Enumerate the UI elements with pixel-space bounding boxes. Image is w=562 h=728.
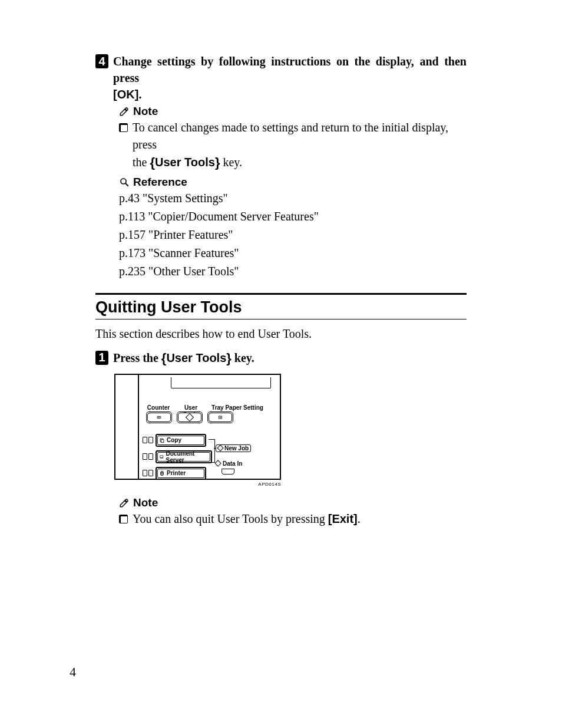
data-in-indicator: Data In <box>216 460 242 467</box>
svg-rect-2 <box>157 416 161 418</box>
copy-button: Copy <box>156 434 206 447</box>
data-in-lamp <box>222 469 234 475</box>
user-tools-key-1: User Tools <box>155 156 215 169</box>
svg-point-0 <box>121 179 126 184</box>
svg-rect-6 <box>219 416 222 419</box>
note1-text: To cancel changes made to settings and r… <box>133 119 467 172</box>
exit-key: [Exit] <box>328 512 358 525</box>
step-number-4: 4 <box>95 54 108 68</box>
printer-icon <box>159 470 165 476</box>
reference-label: Reference <box>133 176 187 189</box>
leds-printer <box>143 470 153 476</box>
data-in-label: Data In <box>223 460 242 467</box>
section-intro: This section describes how to end User T… <box>95 325 467 342</box>
document-server-button: Document Server <box>156 450 212 463</box>
rule-top <box>95 293 467 295</box>
printer-button: Printer <box>156 467 206 480</box>
svg-rect-11 <box>160 456 163 458</box>
ref-item-5: p.235 "Other User Tools" <box>119 263 467 280</box>
leds-docserver <box>143 453 153 460</box>
step-number-1: 1 <box>95 351 108 365</box>
document-server-icon <box>159 454 164 460</box>
control-panel-illustration: Counter User Tools Tray Paper Setting Co… <box>114 374 467 480</box>
bullet-icon-2 <box>119 515 128 523</box>
step-4-text: Change settings by following instruction… <box>113 53 467 103</box>
step-1: 1 Press the {User Tools} key. <box>95 350 467 368</box>
user-tools-key-2: User Tools <box>166 351 226 364</box>
page-number: 4 <box>70 664 76 680</box>
svg-line-1 <box>125 183 128 186</box>
copy-icon <box>159 437 165 443</box>
open-bracket-icon: { <box>150 155 155 170</box>
note2-b: . <box>358 512 361 525</box>
step-4: 4 Change settings by following instructi… <box>95 53 467 103</box>
svg-rect-15 <box>161 474 163 476</box>
diamond-outline-icon-2 <box>214 460 221 467</box>
step1-b: key. <box>232 351 254 364</box>
ref-item-2: p.113 "Copier/Document Server Features" <box>119 208 467 225</box>
copy-label: Copy <box>167 437 181 443</box>
note2-a: You can also quit User Tools by pressing <box>133 512 328 525</box>
counter-button <box>146 411 172 423</box>
step-4-line1: Change settings by following instruction… <box>113 55 467 84</box>
step-4-ok-key: [OK]. <box>113 88 142 101</box>
bracket-connector <box>209 439 215 463</box>
user-tools-button <box>177 411 203 423</box>
new-job-indicator: New Job <box>216 444 251 452</box>
document-server-label: Document Server <box>166 450 207 463</box>
ref-item-3: p.157 "Printer Features" <box>119 226 467 243</box>
ref-item-4: p.173 "Scanner Features" <box>119 245 467 262</box>
magnifier-icon <box>119 177 130 187</box>
note-label-1: Note <box>133 105 158 118</box>
reference-list: p.43 "System Settings" p.113 "Copier/Doc… <box>119 190 467 280</box>
diamond-outline-icon <box>217 445 223 452</box>
printer-label: Printer <box>167 470 186 476</box>
diamond-icon <box>185 413 193 421</box>
note-label-2: Note <box>133 496 158 509</box>
close-bracket-icon-2: } <box>226 351 232 365</box>
new-job-label: New Job <box>224 445 249 452</box>
step-1-text: Press the {User Tools} key. <box>113 350 254 368</box>
note2-text: You can also quit User Tools by pressing… <box>133 510 361 528</box>
svg-rect-10 <box>161 439 164 442</box>
note1-line1: To cancel changes made to settings and r… <box>133 121 448 151</box>
figure-code: APD014S <box>114 482 281 487</box>
tray-paper-button <box>207 411 233 423</box>
pencil-icon-2 <box>119 498 130 508</box>
bullet-icon <box>119 123 128 132</box>
display-outline <box>171 377 271 388</box>
leds-copy <box>143 437 153 443</box>
note1-line2b: key. <box>220 156 242 169</box>
svg-rect-14 <box>161 471 163 472</box>
rule-bottom <box>95 319 467 319</box>
note1-line2a: the <box>133 156 150 169</box>
section-heading: Quitting User Tools <box>95 298 467 317</box>
pencil-icon <box>119 106 130 117</box>
ref-item-1: p.43 "System Settings" <box>119 190 467 207</box>
step1-a: Press the <box>113 351 161 364</box>
